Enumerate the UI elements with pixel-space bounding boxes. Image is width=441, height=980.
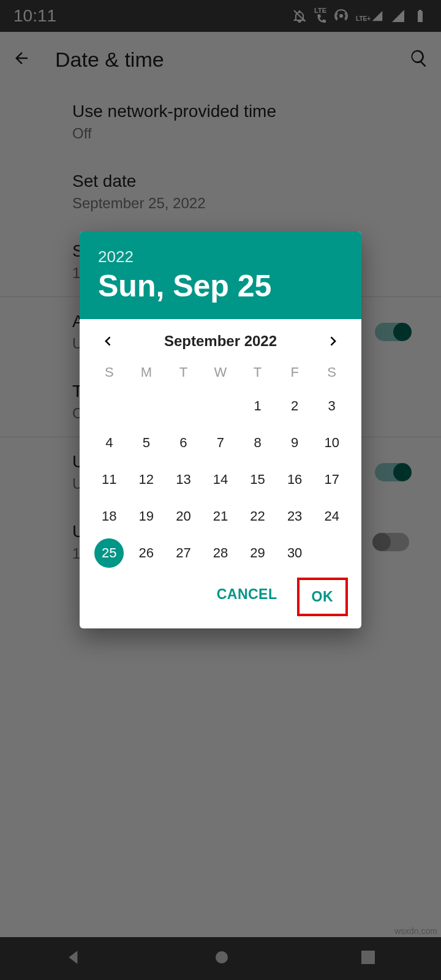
ok-highlight: OK [297, 578, 349, 616]
calendar-day[interactable]: 29 [239, 535, 276, 571]
calendar-empty [165, 388, 202, 424]
weekday-label: M [128, 357, 165, 388]
calendar-day[interactable]: 2 [276, 388, 314, 424]
prev-month-icon[interactable] [100, 333, 116, 349]
weekday-label: S [313, 357, 350, 388]
calendar-day[interactable]: 10 [313, 424, 350, 461]
dialog-actions: CANCEL OK [80, 571, 361, 628]
dialog-date[interactable]: Sun, Sep 25 [98, 269, 343, 303]
calendar-day[interactable]: 26 [128, 535, 165, 571]
calendar-day[interactable]: 13 [165, 461, 202, 498]
calendar-day[interactable]: 4 [91, 424, 128, 461]
calendar-day[interactable]: 3 [313, 388, 350, 424]
calendar-day[interactable]: 12 [128, 461, 165, 498]
calendar-grid: SMTWTFS123456789101112131415161718192021… [80, 357, 361, 571]
calendar-empty [128, 388, 165, 424]
calendar-day[interactable]: 28 [202, 535, 239, 571]
calendar-day[interactable]: 16 [276, 461, 314, 498]
calendar-day[interactable]: 6 [165, 424, 202, 461]
next-month-icon[interactable] [325, 333, 341, 349]
calendar-day[interactable]: 8 [239, 424, 276, 461]
month-label: September 2022 [164, 333, 277, 350]
calendar-day[interactable]: 23 [276, 498, 314, 535]
weekday-label: T [165, 357, 202, 388]
calendar-day[interactable]: 20 [165, 498, 202, 535]
calendar-day[interactable]: 24 [313, 498, 350, 535]
calendar-day[interactable]: 1 [239, 388, 276, 424]
calendar-day[interactable]: 9 [276, 424, 314, 461]
calendar-empty [91, 388, 128, 424]
weekday-label: T [239, 357, 276, 388]
weekday-label: F [276, 357, 314, 388]
calendar-day[interactable]: 22 [239, 498, 276, 535]
calendar-day[interactable]: 25 [91, 535, 128, 571]
calendar-day[interactable]: 11 [91, 461, 128, 498]
ok-button[interactable]: OK [300, 580, 346, 614]
dialog-header: 2022 Sun, Sep 25 [80, 232, 361, 319]
calendar-day[interactable]: 27 [165, 535, 202, 571]
calendar-day[interactable]: 18 [91, 498, 128, 535]
cancel-button[interactable]: CANCEL [205, 578, 290, 616]
calendar-day[interactable]: 7 [202, 424, 239, 461]
calendar-day[interactable]: 15 [239, 461, 276, 498]
calendar-day[interactable]: 19 [128, 498, 165, 535]
weekday-label: W [202, 357, 239, 388]
month-nav: September 2022 [80, 319, 361, 357]
calendar-day[interactable]: 5 [128, 424, 165, 461]
calendar-empty [202, 388, 239, 424]
calendar-day[interactable]: 30 [276, 535, 314, 571]
date-picker-dialog: 2022 Sun, Sep 25 September 2022 SMTWTFS1… [80, 232, 361, 628]
calendar-day[interactable]: 14 [202, 461, 239, 498]
weekday-label: S [91, 357, 128, 388]
dialog-year[interactable]: 2022 [98, 247, 343, 266]
calendar-day[interactable]: 17 [313, 461, 350, 498]
calendar-day[interactable]: 21 [202, 498, 239, 535]
